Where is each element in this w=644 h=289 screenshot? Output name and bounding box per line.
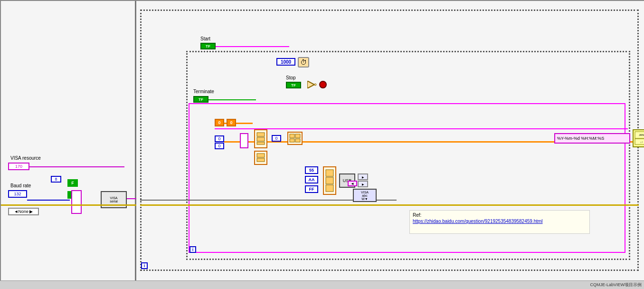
ref-label: Ref: [413, 212, 587, 218]
pink-box-left [71, 190, 82, 214]
status-bar: CQMJE-LabVIEW项目示例 [0, 280, 644, 289]
const-1000: 1000 [276, 58, 295, 66]
val-FF: FF [305, 185, 318, 193]
shift-reg-left [240, 133, 248, 148]
format-vi-block: JRN ↓↑ [633, 129, 644, 147]
terminate-tf-button[interactable]: TF [193, 96, 208, 103]
wire-visa-right [127, 198, 136, 199]
start-tf-button[interactable]: TF [200, 43, 216, 49]
svg-marker-0 [307, 81, 314, 88]
const-0b: 0 [227, 119, 236, 126]
svg-rect-5 [290, 134, 294, 138]
pink-arrow: ◄ [348, 181, 357, 186]
cluster-block-right [287, 132, 303, 145]
svg-rect-2 [257, 133, 265, 136]
const-0c: 0 [215, 135, 224, 142]
write-block2: ▶ [358, 181, 368, 187]
visa-resource-label: VISA resource [10, 155, 41, 161]
format-string-box: %Y-%m-%d %H:%M:%S [554, 133, 630, 144]
svg-rect-8 [295, 139, 300, 142]
timer-icon: ⏱ [298, 57, 309, 67]
right-panel: Start TF Terminate TF Stop TF 1000 ⏱ [136, 1, 644, 281]
wire-baud-h [27, 200, 70, 201]
terminate-label: Terminate [193, 89, 214, 94]
svg-rect-7 [290, 139, 294, 142]
info-box-inner: i [189, 246, 196, 253]
svg-rect-13 [326, 185, 333, 192]
svg-rect-10 [257, 158, 265, 162]
ref-box: Ref: https://zhidao.baidu.com/question/9… [409, 210, 590, 234]
eight-const: 8 [51, 176, 61, 183]
svg-rect-6 [295, 134, 300, 138]
stop-label: Stop [286, 75, 296, 80]
write-block1: ▶ [358, 173, 368, 180]
svg-point-1 [314, 84, 316, 86]
wire-visa-h [29, 166, 124, 167]
start-label: Start [200, 36, 210, 41]
wire-pink-h1 [215, 128, 628, 129]
svg-rect-9 [257, 154, 265, 157]
visa-out-block: VISA abc W▼ [353, 189, 377, 202]
build-array-block2 [254, 151, 267, 165]
baud-rate-label: Baud rate [10, 183, 31, 188]
build-array-data [323, 166, 336, 195]
zero-output: 0 [272, 135, 281, 142]
svg-rect-11 [326, 170, 333, 176]
ref-url[interactable]: https://zhidao.baidu.com/question/921925… [413, 219, 543, 224]
val-AA: AA [305, 176, 318, 183]
svg-text:JRN: JRN [639, 134, 644, 136]
svg-rect-4 [257, 142, 265, 144]
stop-tf-button[interactable]: TF [286, 82, 301, 88]
wire-yellow-right [140, 204, 639, 206]
val-55: 55 [305, 166, 318, 174]
info-box-outer: i [141, 262, 148, 269]
not-gate [307, 81, 317, 88]
none-dropdown[interactable]: ◄None ▶ [8, 208, 39, 215]
const-0d: 0 [215, 143, 224, 149]
const-0a: 0 [215, 119, 224, 126]
visa-resource-value[interactable]: 170 [8, 163, 29, 170]
build-array-block [254, 129, 267, 148]
svg-rect-3 [257, 137, 265, 141]
svg-rect-12 [326, 177, 333, 184]
wire-pink-start [216, 46, 289, 47]
wire-yellow-h [1, 204, 136, 206]
status-right: CQMJE-LabVIEW项目示例 [590, 282, 642, 288]
f-box: F [67, 179, 78, 187]
main-diagram: VISA resource 170 Baud rate 132 F F 8 [0, 0, 644, 280]
baud-rate-value[interactable]: 132 [8, 190, 27, 198]
wire-green-terminate [208, 99, 256, 100]
svg-text:↓↑: ↓↑ [640, 141, 643, 144]
left-panel: VISA resource 170 Baud rate 132 F F 8 [1, 1, 136, 281]
stop-circle[interactable] [319, 81, 327, 88]
